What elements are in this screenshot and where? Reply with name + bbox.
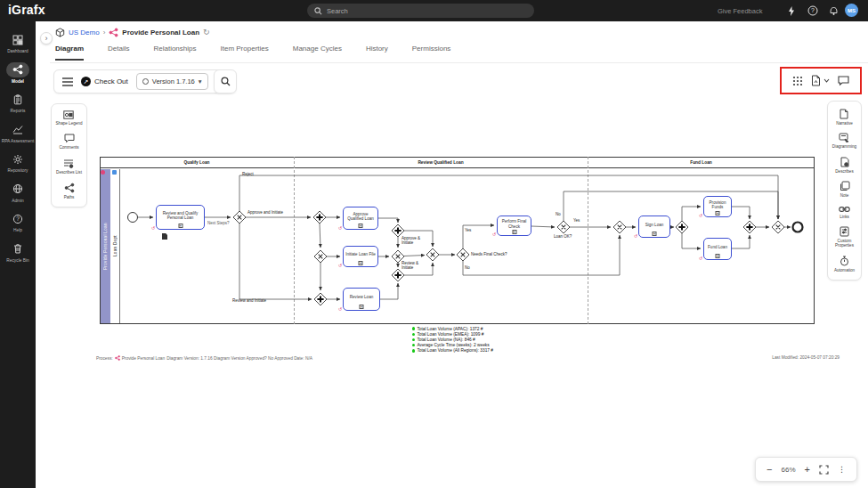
give-feedback-link[interactable]: Give Feedback <box>718 7 762 15</box>
diagram-status-text: Process: Provide Personal Loan Diagram V… <box>96 355 312 361</box>
main-sidebar: Dashboard Model Reports RPA Assessment R… <box>0 21 36 488</box>
apps-grid-icon[interactable] <box>792 76 803 86</box>
zoom-level: 66% <box>781 466 795 474</box>
note-button[interactable]: Note <box>840 181 850 198</box>
task-perform-final-check[interactable]: Perform Final Check+↺ <box>497 216 531 236</box>
task-review-loan[interactable]: Review Loan+↺ <box>343 288 380 311</box>
resource-icon: ↺ <box>338 264 342 268</box>
flow-label-no: No <box>465 265 470 270</box>
svg-text:?: ? <box>811 7 815 13</box>
recycle-bin-trash-icon <box>6 241 29 256</box>
fit-screen-icon[interactable] <box>819 465 829 475</box>
export-document-button[interactable] <box>811 75 830 86</box>
flow-label-review-and-initiate: Review and Initiate <box>232 298 266 303</box>
task-provision-funds[interactable]: Provision Funds+↺ <box>703 196 732 217</box>
flow-label-yes: Yes <box>465 228 471 232</box>
process-share-icon <box>109 28 118 37</box>
sidebar-item-rpa-assessment[interactable]: RPA Assessment <box>0 122 36 144</box>
comments-button[interactable]: Comments <box>59 134 78 150</box>
subprocess-marker: + <box>178 224 183 228</box>
breadcrumb-root[interactable]: US Demo <box>69 28 100 37</box>
notifications-bell-icon[interactable] <box>827 4 840 17</box>
version-ring-icon <box>142 78 149 85</box>
task-sign-loan[interactable]: Sign Loan+↺ <box>638 216 670 238</box>
help-icon[interactable]: ? <box>807 4 819 17</box>
sidebar-item-help[interactable]: ? Help <box>0 211 36 233</box>
describes-list-button[interactable]: Describes List <box>56 159 82 175</box>
reports-clipboard-icon <box>6 92 29 107</box>
quick-actions-icon[interactable] <box>785 4 798 17</box>
diagramming-button[interactable]: Diagramming <box>832 133 856 149</box>
sidebar-item-repository[interactable]: Repository <box>0 151 36 174</box>
diagram-search-button[interactable] <box>214 69 237 94</box>
task-initiate-loan-file[interactable]: Initiate Loan File+↺ <box>343 246 378 267</box>
version-status-icon[interactable]: ↻ <box>203 28 210 37</box>
links-button[interactable]: Links <box>839 206 850 219</box>
search-input[interactable] <box>327 7 527 15</box>
breadcrumb: US Demo › Provide Personal Loan ↻ <box>55 26 210 38</box>
describes-button[interactable]: Describes <box>835 157 853 174</box>
shape-legend-button[interactable]: Shape Legend <box>56 110 83 126</box>
automation-button[interactable]: Automation <box>834 256 855 272</box>
check-out-button[interactable]: ↗ Check Out <box>81 77 128 86</box>
task-approve-qualified-loan[interactable]: Approve Qualified Loan+↺ <box>343 207 378 230</box>
global-search[interactable] <box>307 4 534 18</box>
tab-details[interactable]: Details <box>108 45 129 61</box>
diagram-toolbar: ↗ Check Out Version 1.7.16 ▾ i <box>53 69 234 94</box>
tab-history[interactable]: History <box>366 45 388 61</box>
app-window: iGrafx Give Feedback ? MS Dashboard Mode… <box>0 0 868 488</box>
task-review-and-qualify-personal-loan[interactable]: Review and Qualify Personal Loan+↺ <box>156 205 205 230</box>
chevron-down-icon <box>823 78 830 83</box>
rpa-chart-icon <box>6 122 29 137</box>
svg-text:?: ? <box>16 216 20 222</box>
flow-label-approve-and-initiate: Approve and Initiate <box>247 210 283 215</box>
repository-cube-icon <box>55 28 65 37</box>
diagram-canvas[interactable]: Qualify Loan Review Qualified Loan Fund … <box>96 153 819 331</box>
legend-dot-icon <box>412 338 415 341</box>
subprocess-marker: + <box>359 224 363 228</box>
narrative-button[interactable]: Narrative <box>836 109 853 126</box>
tab-diagram[interactable]: Diagram <box>55 45 84 61</box>
comment-icon[interactable] <box>838 76 849 85</box>
subprocess-marker: + <box>359 261 363 265</box>
paths-button[interactable]: Paths <box>64 183 75 199</box>
menu-icon[interactable] <box>62 77 73 86</box>
search-icon <box>314 7 322 15</box>
resource-icon: ↺ <box>699 214 702 218</box>
more-options-icon[interactable]: ⋮ <box>838 465 846 474</box>
version-dropdown[interactable]: Version 1.7.16 ▾ <box>136 73 208 90</box>
sidebar-item-admin[interactable]: Admin <box>0 182 36 204</box>
sidebar-item-recycle-bin[interactable]: Recycle Bin <box>0 241 36 264</box>
panel-expander-button[interactable]: › <box>40 32 53 45</box>
zoom-out-button[interactable]: − <box>767 465 772 474</box>
diagramming-icon <box>839 133 849 142</box>
resource-icon: ↺ <box>699 256 702 261</box>
tab-permissions[interactable]: Permissions <box>412 45 451 61</box>
legend-item: Total Loan Volume (All Regions): 3317 # <box>412 348 493 354</box>
tab-item-properties[interactable]: Item Properties <box>221 45 269 61</box>
zoom-in-button[interactable]: + <box>805 465 810 474</box>
resource-icon: ↺ <box>634 234 637 239</box>
shape-legend-icon <box>63 110 74 119</box>
automation-icon <box>840 256 849 266</box>
flow-label-next-steps: Next Steps? <box>207 221 230 225</box>
paths-icon <box>64 183 75 193</box>
task-fund-loan[interactable]: Fund Loan+↺ <box>703 238 732 260</box>
search-icon <box>221 77 231 86</box>
start-event[interactable] <box>128 213 138 223</box>
tab-manage-cycles[interactable]: Manage Cycles <box>293 45 342 61</box>
resource-icon: ↺ <box>338 226 342 231</box>
process-share-icon <box>115 355 120 361</box>
end-event[interactable] <box>793 223 803 232</box>
user-avatar[interactable]: MS <box>845 4 858 17</box>
flow-label-reject: Reject <box>242 172 254 176</box>
sidebar-item-model[interactable]: Model <box>0 62 36 85</box>
tab-relationships[interactable]: Relationships <box>153 45 196 61</box>
right-tool-panel: Narrative Diagramming Describes Note Lin… <box>827 101 862 281</box>
sidebar-item-dashboard[interactable]: Dashboard <box>0 32 36 54</box>
left-tool-panel: Shape Legend Comments Describes List Pat… <box>51 103 87 207</box>
legend-dot-icon <box>412 349 415 352</box>
custom-properties-button[interactable]: Custom Properties <box>828 226 861 248</box>
sidebar-item-reports[interactable]: Reports <box>0 92 36 114</box>
flow-label-loan-ok: Loan OK? <box>554 234 572 239</box>
